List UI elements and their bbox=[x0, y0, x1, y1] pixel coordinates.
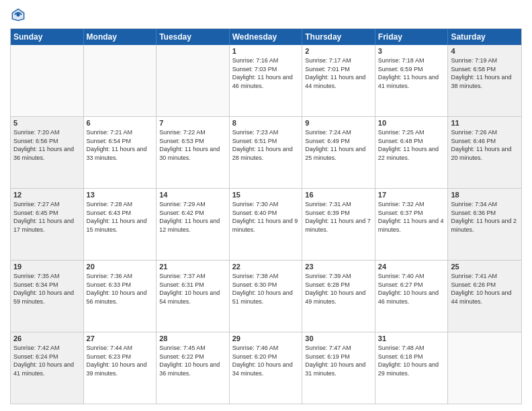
day-info: Sunrise: 7:22 AM Sunset: 6:53 PM Dayligh… bbox=[159, 128, 226, 162]
calendar-row-4: 19Sunrise: 7:35 AM Sunset: 6:34 PM Dayli… bbox=[11, 261, 521, 332]
day-info: Sunrise: 7:30 AM Sunset: 6:40 PM Dayligh… bbox=[232, 200, 300, 234]
day-info: Sunrise: 7:19 AM Sunset: 6:58 PM Dayligh… bbox=[451, 56, 519, 90]
day-info: Sunrise: 7:16 AM Sunset: 7:03 PM Dayligh… bbox=[232, 56, 300, 90]
calendar-cell: 10Sunrise: 7:25 AM Sunset: 6:48 PM Dayli… bbox=[375, 117, 449, 188]
calendar-cell: 23Sunrise: 7:39 AM Sunset: 6:28 PM Dayli… bbox=[302, 261, 375, 332]
day-info: Sunrise: 7:34 AM Sunset: 6:36 PM Dayligh… bbox=[451, 200, 519, 234]
calendar-cell: 12Sunrise: 7:27 AM Sunset: 6:45 PM Dayli… bbox=[11, 189, 84, 260]
calendar-cell bbox=[84, 45, 157, 116]
calendar-cell: 20Sunrise: 7:36 AM Sunset: 6:33 PM Dayli… bbox=[84, 261, 157, 332]
day-header-monday: Monday bbox=[84, 29, 157, 45]
calendar-cell: 7Sunrise: 7:22 AM Sunset: 6:53 PM Daylig… bbox=[157, 117, 230, 188]
day-number: 24 bbox=[378, 263, 445, 271]
logo bbox=[10, 7, 29, 23]
day-number: 20 bbox=[87, 263, 154, 271]
day-info: Sunrise: 7:29 AM Sunset: 6:42 PM Dayligh… bbox=[159, 200, 226, 234]
calendar-cell: 25Sunrise: 7:41 AM Sunset: 6:26 PM Dayli… bbox=[448, 261, 521, 332]
calendar-cell: 6Sunrise: 7:21 AM Sunset: 6:54 PM Daylig… bbox=[84, 117, 157, 188]
day-number: 13 bbox=[87, 191, 154, 199]
day-header-thursday: Thursday bbox=[302, 29, 375, 45]
calendar-cell: 18Sunrise: 7:34 AM Sunset: 6:36 PM Dayli… bbox=[448, 189, 521, 260]
calendar-cell: 2Sunrise: 7:17 AM Sunset: 7:01 PM Daylig… bbox=[302, 45, 375, 116]
day-number: 10 bbox=[378, 119, 445, 127]
day-number: 16 bbox=[305, 191, 372, 199]
day-header-tuesday: Tuesday bbox=[157, 29, 230, 45]
day-number: 8 bbox=[232, 119, 300, 127]
calendar-row-5: 26Sunrise: 7:42 AM Sunset: 6:24 PM Dayli… bbox=[11, 332, 521, 404]
day-info: Sunrise: 7:28 AM Sunset: 6:43 PM Dayligh… bbox=[87, 200, 154, 234]
day-number: 7 bbox=[159, 119, 226, 127]
day-number: 19 bbox=[13, 263, 81, 271]
day-info: Sunrise: 7:25 AM Sunset: 6:48 PM Dayligh… bbox=[378, 128, 445, 162]
day-info: Sunrise: 7:27 AM Sunset: 6:45 PM Dayligh… bbox=[13, 200, 81, 234]
calendar-cell: 26Sunrise: 7:42 AM Sunset: 6:24 PM Dayli… bbox=[11, 332, 84, 404]
calendar-cell bbox=[11, 45, 84, 116]
day-info: Sunrise: 7:32 AM Sunset: 6:37 PM Dayligh… bbox=[378, 200, 445, 234]
calendar-cell: 27Sunrise: 7:44 AM Sunset: 6:23 PM Dayli… bbox=[84, 332, 157, 404]
calendar-cell: 1Sunrise: 7:16 AM Sunset: 7:03 PM Daylig… bbox=[230, 45, 303, 116]
calendar-cell: 22Sunrise: 7:38 AM Sunset: 6:30 PM Dayli… bbox=[230, 261, 303, 332]
day-number: 15 bbox=[232, 191, 300, 199]
calendar-cell: 8Sunrise: 7:23 AM Sunset: 6:51 PM Daylig… bbox=[230, 117, 303, 188]
day-info: Sunrise: 7:24 AM Sunset: 6:49 PM Dayligh… bbox=[305, 128, 372, 162]
calendar-row-1: 1Sunrise: 7:16 AM Sunset: 7:03 PM Daylig… bbox=[11, 45, 521, 117]
day-number: 1 bbox=[232, 47, 300, 55]
day-info: Sunrise: 7:38 AM Sunset: 6:30 PM Dayligh… bbox=[232, 272, 300, 306]
day-info: Sunrise: 7:23 AM Sunset: 6:51 PM Dayligh… bbox=[232, 128, 300, 162]
calendar-cell: 3Sunrise: 7:18 AM Sunset: 6:59 PM Daylig… bbox=[375, 45, 449, 116]
calendar-cell: 9Sunrise: 7:24 AM Sunset: 6:49 PM Daylig… bbox=[302, 117, 375, 188]
day-info: Sunrise: 7:44 AM Sunset: 6:23 PM Dayligh… bbox=[87, 344, 154, 377]
day-number: 26 bbox=[13, 334, 81, 342]
calendar-cell: 19Sunrise: 7:35 AM Sunset: 6:34 PM Dayli… bbox=[11, 261, 84, 332]
calendar-cell: 16Sunrise: 7:31 AM Sunset: 6:39 PM Dayli… bbox=[302, 189, 375, 260]
logo-icon bbox=[10, 7, 26, 23]
day-info: Sunrise: 7:35 AM Sunset: 6:34 PM Dayligh… bbox=[13, 272, 81, 306]
calendar: SundayMondayTuesdayWednesdayThursdayFrid… bbox=[10, 28, 522, 404]
day-number: 29 bbox=[232, 334, 300, 342]
day-number: 25 bbox=[451, 263, 519, 271]
day-number: 27 bbox=[87, 334, 154, 342]
calendar-row-2: 5Sunrise: 7:20 AM Sunset: 6:56 PM Daylig… bbox=[11, 117, 521, 189]
day-number: 14 bbox=[159, 191, 226, 199]
calendar-cell: 30Sunrise: 7:47 AM Sunset: 6:19 PM Dayli… bbox=[302, 332, 375, 404]
day-header-friday: Friday bbox=[375, 29, 449, 45]
day-info: Sunrise: 7:18 AM Sunset: 6:59 PM Dayligh… bbox=[378, 56, 445, 90]
day-info: Sunrise: 7:41 AM Sunset: 6:26 PM Dayligh… bbox=[451, 272, 519, 306]
calendar-cell: 14Sunrise: 7:29 AM Sunset: 6:42 PM Dayli… bbox=[157, 189, 230, 260]
calendar-cell: 11Sunrise: 7:26 AM Sunset: 6:46 PM Dayli… bbox=[448, 117, 521, 188]
day-number: 11 bbox=[451, 119, 519, 127]
calendar-cell bbox=[448, 332, 521, 404]
day-number: 21 bbox=[159, 263, 226, 271]
svg-point-2 bbox=[16, 13, 19, 16]
day-info: Sunrise: 7:37 AM Sunset: 6:31 PM Dayligh… bbox=[159, 272, 226, 306]
day-info: Sunrise: 7:42 AM Sunset: 6:24 PM Dayligh… bbox=[13, 344, 81, 377]
day-info: Sunrise: 7:21 AM Sunset: 6:54 PM Dayligh… bbox=[87, 128, 154, 162]
calendar-cell: 13Sunrise: 7:28 AM Sunset: 6:43 PM Dayli… bbox=[84, 189, 157, 260]
calendar-body: 1Sunrise: 7:16 AM Sunset: 7:03 PM Daylig… bbox=[11, 45, 521, 404]
day-info: Sunrise: 7:17 AM Sunset: 7:01 PM Dayligh… bbox=[305, 56, 372, 90]
day-info: Sunrise: 7:39 AM Sunset: 6:28 PM Dayligh… bbox=[305, 272, 372, 306]
day-number: 30 bbox=[305, 334, 372, 342]
day-info: Sunrise: 7:45 AM Sunset: 6:22 PM Dayligh… bbox=[159, 344, 226, 377]
day-info: Sunrise: 7:48 AM Sunset: 6:18 PM Dayligh… bbox=[378, 344, 445, 377]
calendar-cell: 28Sunrise: 7:45 AM Sunset: 6:22 PM Dayli… bbox=[157, 332, 230, 404]
day-number: 18 bbox=[451, 191, 519, 199]
day-number: 23 bbox=[305, 263, 372, 271]
day-number: 6 bbox=[87, 119, 154, 127]
calendar-header: SundayMondayTuesdayWednesdayThursdayFrid… bbox=[11, 29, 521, 45]
day-info: Sunrise: 7:36 AM Sunset: 6:33 PM Dayligh… bbox=[87, 272, 154, 306]
day-number: 22 bbox=[232, 263, 300, 271]
day-header-sunday: Sunday bbox=[11, 29, 84, 45]
day-info: Sunrise: 7:40 AM Sunset: 6:27 PM Dayligh… bbox=[378, 272, 445, 306]
page: SundayMondayTuesdayWednesdayThursdayFrid… bbox=[0, 0, 532, 411]
calendar-cell: 5Sunrise: 7:20 AM Sunset: 6:56 PM Daylig… bbox=[11, 117, 84, 188]
day-number: 4 bbox=[451, 47, 519, 55]
calendar-row-3: 12Sunrise: 7:27 AM Sunset: 6:45 PM Dayli… bbox=[11, 189, 521, 261]
calendar-cell: 31Sunrise: 7:48 AM Sunset: 6:18 PM Dayli… bbox=[375, 332, 449, 404]
calendar-cell: 24Sunrise: 7:40 AM Sunset: 6:27 PM Dayli… bbox=[375, 261, 449, 332]
day-number: 17 bbox=[378, 191, 445, 199]
day-number: 12 bbox=[13, 191, 81, 199]
calendar-cell: 29Sunrise: 7:46 AM Sunset: 6:20 PM Dayli… bbox=[230, 332, 303, 404]
calendar-cell: 4Sunrise: 7:19 AM Sunset: 6:58 PM Daylig… bbox=[448, 45, 521, 116]
day-number: 5 bbox=[13, 119, 81, 127]
